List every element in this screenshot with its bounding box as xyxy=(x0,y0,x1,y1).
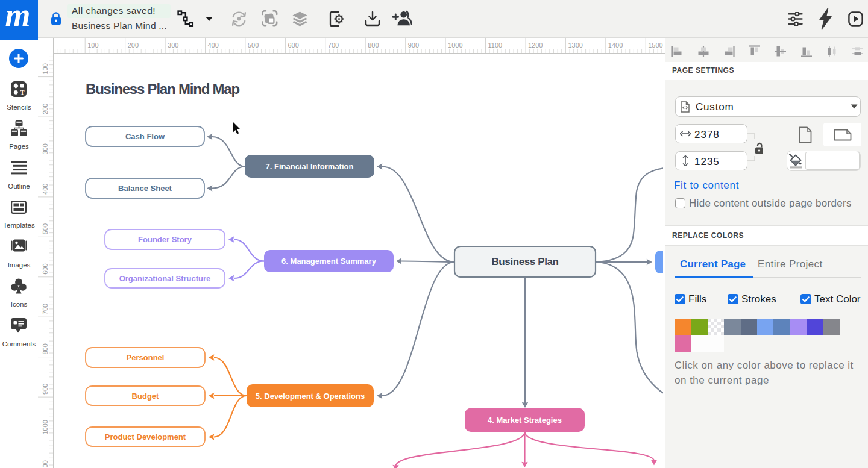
svg-text:Founder Story: Founder Story xyxy=(138,235,192,244)
svg-text:Business Plan: Business Plan xyxy=(491,256,558,267)
svg-text:400: 400 xyxy=(208,42,219,49)
svg-text:5. Development & Operations: 5. Development & Operations xyxy=(256,392,365,401)
svg-text:100: 100 xyxy=(42,63,49,74)
svg-text:600: 600 xyxy=(42,263,49,274)
svg-text:T: T xyxy=(20,89,24,96)
svg-text:100: 100 xyxy=(87,42,98,49)
svg-text:1000: 1000 xyxy=(448,42,462,49)
svg-text:7. Financial Information: 7. Financial Information xyxy=(266,162,354,171)
svg-text:900: 900 xyxy=(408,42,419,49)
svg-text:6. Management Summary: 6. Management Summary xyxy=(281,257,377,266)
svg-text:1400: 1400 xyxy=(608,42,623,49)
svg-text:300: 300 xyxy=(168,42,178,49)
svg-text:Product Development: Product Development xyxy=(105,432,186,441)
svg-text:Budget: Budget xyxy=(132,392,159,401)
svg-text:500: 500 xyxy=(248,42,259,49)
svg-text:700: 700 xyxy=(328,42,339,49)
svg-text:Balance Sheet: Balance Sheet xyxy=(118,184,172,193)
svg-text:300: 300 xyxy=(42,143,49,154)
svg-text:4. Market Strategies: 4. Market Strategies xyxy=(488,416,562,425)
svg-text:600: 600 xyxy=(288,42,298,49)
svg-text:1500: 1500 xyxy=(648,42,662,49)
svg-text:400: 400 xyxy=(42,184,49,195)
svg-text:1200: 1200 xyxy=(528,42,542,49)
svg-text:Business Plan Mind Map: Business Plan Mind Map xyxy=(86,81,240,97)
svg-text:800: 800 xyxy=(42,343,49,354)
svg-text:800: 800 xyxy=(368,42,379,49)
svg-text:200: 200 xyxy=(128,42,139,49)
svg-text:Personnel: Personnel xyxy=(127,353,165,362)
svg-text:1000: 1000 xyxy=(42,420,49,434)
svg-text:1300: 1300 xyxy=(568,42,582,49)
svg-text:1100: 1100 xyxy=(488,42,503,49)
svg-text:Cash Flow: Cash Flow xyxy=(125,132,165,141)
svg-text:1100: 1100 xyxy=(42,460,49,468)
svg-text:900: 900 xyxy=(42,384,49,395)
svg-text:700: 700 xyxy=(42,304,49,314)
svg-text:500: 500 xyxy=(42,223,49,234)
svg-text:Organizational Structure: Organizational Structure xyxy=(119,274,211,283)
svg-text:200: 200 xyxy=(42,104,49,114)
